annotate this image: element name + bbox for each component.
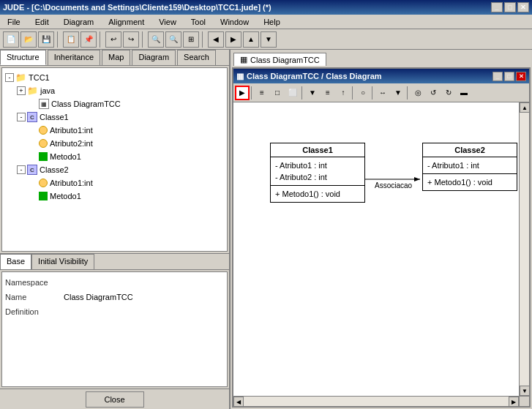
- dg-select-tool[interactable]: ▶: [235, 86, 250, 100]
- uml-class1[interactable]: Classe1 - Atributo1 : int - Atributo2 : …: [270, 143, 365, 203]
- diagram-max-btn[interactable]: □: [504, 72, 514, 81]
- dg-undo-tool[interactable]: ↺: [426, 86, 441, 100]
- tree-panel[interactable]: - 📁 TCC1 + 📁 java ▦ Class DiagramTCC - C…: [1, 67, 228, 252]
- zoom-out-btn[interactable]: 🔍: [165, 31, 181, 48]
- expand-classe2[interactable]: -: [17, 165, 26, 174]
- dg-dropdown1[interactable]: ▼: [305, 86, 320, 100]
- tree-item-attr2[interactable]: Atributo2:int: [5, 137, 224, 150]
- dg-rect-tool[interactable]: □: [270, 86, 285, 100]
- tree-item-method1[interactable]: Metodo1: [5, 150, 224, 163]
- open-btn[interactable]: 📂: [20, 31, 37, 48]
- diagram-close-btn[interactable]: ✕: [516, 72, 526, 81]
- scroll-right-btn[interactable]: ▶: [509, 397, 519, 406]
- tree-item-classdiagram[interactable]: ▦ Class DiagramTCC: [5, 97, 224, 110]
- folder-icon-java: 📁: [27, 86, 38, 96]
- scroll-track-right[interactable]: [520, 113, 529, 386]
- dg-rect2-tool[interactable]: ⬜: [285, 86, 300, 100]
- tree-item-tcc1[interactable]: - 📁 TCC1: [5, 71, 224, 84]
- uml-class2[interactable]: Classe2 - Atributo1 : int + Metodo1() : …: [422, 143, 517, 191]
- scroll-up-btn[interactable]: ▲: [520, 102, 529, 113]
- diagram-title-btns: _ □ ✕: [492, 72, 526, 81]
- undo-btn[interactable]: ↩: [105, 31, 121, 48]
- scroll-track-bottom[interactable]: [244, 397, 509, 406]
- zoom-in-btn[interactable]: 🔍: [148, 31, 164, 48]
- tab-search[interactable]: Search: [177, 50, 216, 65]
- copy-btn[interactable]: 📋: [63, 31, 79, 48]
- close-button-main[interactable]: Close: [86, 391, 144, 408]
- dg-table-tool[interactable]: ≡: [255, 86, 269, 100]
- tree-item-classe2[interactable]: - C Classe2: [5, 163, 224, 176]
- tab-diagram[interactable]: Diagram: [132, 50, 176, 65]
- dg-search-tool[interactable]: ◎: [411, 86, 425, 100]
- zoom-fit-btn[interactable]: ⊞: [183, 31, 199, 48]
- uml-class1-name: Classe1: [271, 143, 364, 157]
- arrow-left-btn[interactable]: ◀: [208, 31, 224, 48]
- dg-redo-tool[interactable]: ↻: [441, 86, 456, 100]
- dg-lines-tool[interactable]: ≡: [321, 86, 335, 100]
- diagram-canvas[interactable]: Classe1 - Atributo1 : int - Atributo2 : …: [233, 102, 519, 396]
- props-tab-base[interactable]: Base: [0, 254, 31, 269]
- prop-label-definition: Definition: [5, 307, 64, 316]
- toolbar-sep4: [202, 31, 205, 48]
- scrollbar-right[interactable]: ▲ ▼: [519, 102, 529, 396]
- tree-item-java[interactable]: + 📁 java: [5, 84, 224, 97]
- new-btn[interactable]: 📄: [3, 31, 19, 48]
- scroll-down-btn[interactable]: ▼: [520, 386, 529, 396]
- diagram-min-btn[interactable]: _: [492, 72, 503, 81]
- dg-assoc-tool[interactable]: ↔: [375, 86, 390, 100]
- menu-alignment[interactable]: Alignment: [104, 16, 149, 28]
- diagram-tab-main[interactable]: ▦ Class DiagramTCC: [233, 53, 326, 66]
- dg-arrow-tool[interactable]: ↑: [336, 86, 351, 100]
- tree-item-attr1[interactable]: Atributo1:int: [5, 124, 224, 137]
- uml-class2-name: Classe2: [423, 143, 517, 157]
- attr-icon-3: [39, 179, 48, 187]
- minimize-button[interactable]: _: [491, 2, 503, 12]
- maximize-button[interactable]: □: [504, 2, 516, 12]
- dg-minus-tool[interactable]: ▬: [457, 86, 471, 100]
- scroll-left-btn[interactable]: ◀: [233, 397, 244, 406]
- redo-btn[interactable]: ↪: [123, 31, 139, 48]
- dg-sep2: [301, 86, 304, 100]
- tab-inheritance[interactable]: Inheritance: [48, 50, 100, 65]
- tree-item-classe1[interactable]: - C Classe1: [5, 110, 224, 124]
- tab-map[interactable]: Map: [102, 50, 130, 65]
- arrow-down-btn[interactable]: ▼: [261, 31, 277, 48]
- dg-sep3: [352, 86, 354, 100]
- class-icon-classe1: C: [27, 112, 37, 122]
- props-content: Namespace Name Class DiagramTCC Definiti…: [1, 271, 228, 387]
- menu-window[interactable]: Window: [216, 16, 253, 28]
- menu-view[interactable]: View: [154, 16, 181, 28]
- menu-tool[interactable]: Tool: [187, 16, 210, 28]
- left-panel: Structure Inheritance Map Diagram Search…: [0, 50, 231, 409]
- expand-classe1[interactable]: -: [17, 113, 26, 121]
- menu-file[interactable]: File: [3, 16, 25, 28]
- attr-icon-2: [39, 139, 48, 148]
- prop-label-name: Name: [5, 293, 64, 301]
- menu-diagram[interactable]: Diagram: [59, 16, 99, 28]
- tab-structure[interactable]: Structure: [0, 50, 46, 65]
- tree-item-attr3[interactable]: Atributo1:int: [5, 176, 224, 190]
- uml-class2-method1: + Metodo1() : void: [427, 176, 512, 188]
- dg-sep1: [251, 86, 253, 100]
- dg-dropdown2[interactable]: ▼: [391, 86, 405, 100]
- menu-edit[interactable]: Edit: [31, 16, 53, 28]
- tree-item-method2[interactable]: Metodo1: [5, 190, 224, 203]
- arrow-up-btn[interactable]: ▲: [243, 31, 259, 48]
- dg-circle-tool[interactable]: ○: [356, 86, 370, 100]
- menu-help[interactable]: Help: [259, 16, 285, 28]
- attr-icon-1: [39, 126, 48, 135]
- paste-btn[interactable]: 📌: [80, 31, 97, 48]
- prop-value-name: Class DiagramTCC: [64, 293, 133, 301]
- arrow-right-btn[interactable]: ▶: [225, 31, 241, 48]
- uml-class2-attr1: - Atributo1 : int: [427, 160, 512, 171]
- save-btn[interactable]: 💾: [38, 31, 54, 48]
- expand-java[interactable]: +: [17, 86, 26, 95]
- scrollbar-bottom[interactable]: ◀ ▶: [233, 396, 519, 406]
- props-panel: Base Initial Visibility Namespace Name C…: [0, 253, 229, 389]
- props-tab-visibility[interactable]: Initial Visibility: [31, 254, 94, 269]
- uml-class2-methods: + Metodo1() : void: [423, 174, 517, 190]
- uml-class1-attr1: - Atributo1 : int: [275, 160, 360, 171]
- close-button[interactable]: ✕: [517, 2, 529, 12]
- expand-tcc1[interactable]: -: [5, 73, 14, 82]
- diagram-titlebar: ▦ Class DiagramTCC / Class Diagram _ □ ✕: [233, 69, 529, 83]
